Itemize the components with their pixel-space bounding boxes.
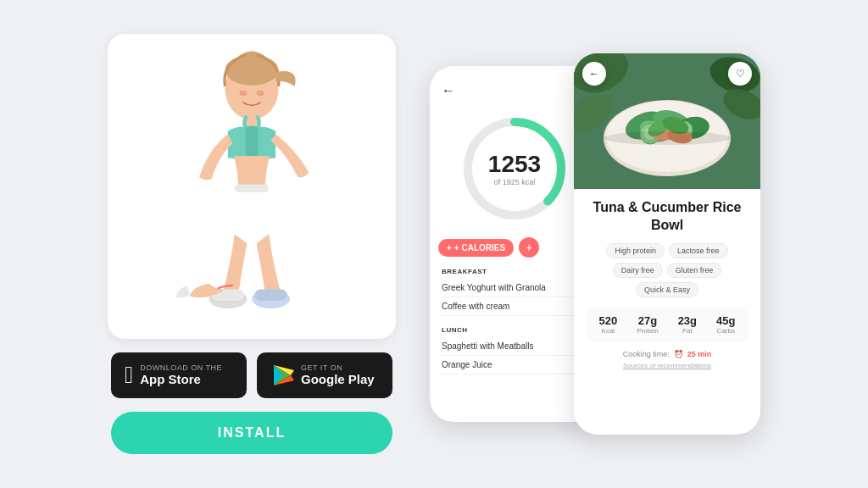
lunch-item-2: Orange Juice bbox=[442, 356, 587, 374]
nutrition-kcal-label: Kcal bbox=[599, 327, 618, 335]
google-play-text: GET IT ON Google Play bbox=[301, 363, 375, 387]
lunch-title: LUNCH bbox=[442, 326, 587, 334]
google-play-small-text: GET IT ON bbox=[301, 363, 342, 372]
calorie-text-center: 1253 of 1925 kcal bbox=[488, 151, 541, 186]
recipe-heart-button[interactable]: ♡ bbox=[728, 62, 752, 86]
nutrition-carbs-label: Carbs bbox=[716, 327, 735, 335]
apple-icon:  bbox=[125, 362, 133, 389]
tag-high-protein: High protein bbox=[606, 243, 665, 258]
recipe-card-phone: ← ♡ Tuna & Cucumber Rice Bowl High prote… bbox=[574, 53, 760, 435]
svg-point-3 bbox=[257, 90, 264, 96]
nutrition-protein: 27g Protein bbox=[637, 314, 658, 335]
plus-circle-button[interactable]: + bbox=[519, 237, 539, 258]
nutrition-fat-label: Fat bbox=[678, 327, 697, 335]
app-store-text: Download on the App Store bbox=[140, 363, 222, 387]
google-play-large-text: Google Play bbox=[301, 372, 375, 387]
lunch-item-1: Spaghetti with Meatballs bbox=[442, 337, 587, 356]
tag-gluten-free: Gluten free bbox=[667, 263, 722, 278]
calorie-number: 1253 bbox=[488, 151, 541, 178]
recipe-tags: High protein Lactose free Dairy free Glu… bbox=[586, 243, 748, 297]
tag-quick-easy: Quick & Easy bbox=[636, 282, 698, 297]
fitness-card bbox=[108, 34, 396, 339]
app-store-small-text: Download on the bbox=[140, 363, 222, 372]
store-buttons:  Download on the App Store GET IT ON Go… bbox=[111, 352, 392, 398]
clock-icon: ⏰ bbox=[674, 350, 683, 358]
install-button[interactable]: INSTALL bbox=[111, 412, 392, 454]
tag-dairy-free: Dairy free bbox=[613, 263, 663, 278]
nutrition-protein-value: 27g bbox=[637, 314, 658, 327]
app-store-large-text: App Store bbox=[140, 372, 201, 387]
main-container:  Download on the App Store GET IT ON Go… bbox=[0, 0, 868, 488]
nutrition-kcal: 520 Kcal bbox=[599, 314, 618, 335]
recipe-back-button[interactable]: ← bbox=[582, 62, 606, 86]
nutrition-carbs-value: 45g bbox=[716, 314, 735, 327]
left-section:  Download on the App Store GET IT ON Go… bbox=[108, 34, 396, 454]
recipe-image: ← ♡ bbox=[574, 53, 760, 189]
breakfast-title: BREAKFAST bbox=[442, 268, 587, 275]
google-play-button[interactable]: GET IT ON Google Play bbox=[257, 352, 392, 398]
nutrition-fat: 23g Fat bbox=[678, 314, 697, 335]
cooking-time-label: Cooking time: bbox=[623, 350, 670, 358]
recipe-nutrition: 520 Kcal 27g Protein 23g Fat 45g bbox=[586, 308, 748, 341]
google-play-icon bbox=[270, 363, 294, 387]
breakfast-item-1: Greek Yoghurt with Granola bbox=[442, 279, 587, 297]
breakfast-item-2: Coffee with cream bbox=[442, 297, 587, 316]
recipe-info: Tuna & Cucumber Rice Bowl High protein L… bbox=[574, 189, 760, 380]
svg-rect-9 bbox=[254, 290, 287, 302]
nutrition-carbs: 45g Carbs bbox=[716, 314, 735, 335]
calories-add-button[interactable]: + + CALORIES bbox=[438, 239, 514, 257]
nutrition-fat-value: 23g bbox=[678, 314, 697, 327]
svg-point-30 bbox=[604, 131, 731, 145]
app-store-button[interactable]:  Download on the App Store bbox=[111, 352, 247, 398]
back-arrow-icon[interactable]: ← bbox=[442, 83, 455, 98]
svg-point-2 bbox=[239, 90, 247, 96]
recipe-card-content: ← ♡ Tuna & Cucumber Rice Bowl High prote… bbox=[574, 53, 760, 435]
nutrition-protein-label: Protein bbox=[637, 327, 658, 335]
calorie-of: of 1925 kcal bbox=[488, 178, 541, 186]
cooking-time-value: 25 min bbox=[687, 350, 712, 358]
calories-btn-label: + CALORIES bbox=[454, 243, 505, 252]
tag-lactose-free: Lactose free bbox=[669, 243, 728, 258]
phone-mockups: ← 1253 of 1925 kcal bbox=[430, 53, 760, 435]
recipe-title: Tuna & Cucumber Rice Bowl bbox=[586, 199, 748, 235]
sources-link[interactable]: Sources of recommendations bbox=[586, 362, 748, 369]
plus-icon: + bbox=[447, 243, 452, 252]
nutrition-kcal-value: 520 bbox=[599, 314, 618, 327]
fitness-person-illustration bbox=[108, 34, 396, 339]
cooking-time: Cooking time: ⏰ 25 min bbox=[586, 350, 748, 358]
svg-rect-5 bbox=[235, 185, 270, 192]
